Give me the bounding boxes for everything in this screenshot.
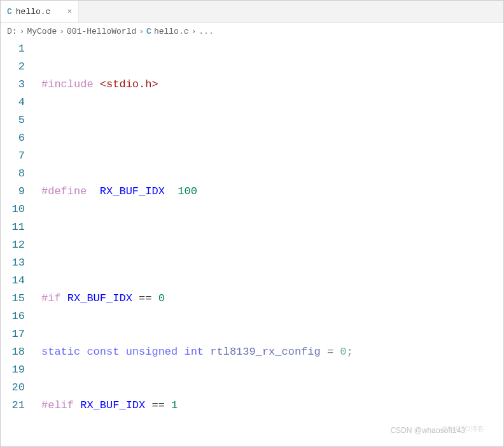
line-number: 5 (1, 111, 25, 129)
breadcrumb-part[interactable]: MyCode (27, 27, 57, 36)
breadcrumb-part[interactable]: D: (7, 27, 17, 36)
line-number: 19 (1, 361, 25, 379)
chevron-right-icon: › (192, 27, 197, 36)
chevron-right-icon: › (59, 27, 64, 36)
code-line[interactable]: static const unsigned int rtl8139_rx_con… (38, 343, 503, 361)
chevron-right-icon: › (20, 27, 25, 36)
line-number: 12 (1, 236, 25, 254)
breadcrumb-ellipsis[interactable]: ... (199, 27, 213, 36)
line-number: 10 (1, 201, 25, 218)
line-number: 13 (1, 254, 25, 272)
tab-bar: C hello.c × (1, 1, 503, 23)
c-file-icon: C (7, 7, 12, 17)
code-line[interactable]: #elif RX_BUF_IDX == 1 (38, 397, 503, 415)
c-file-icon: C (146, 27, 151, 36)
breadcrumb-file[interactable]: hello.c (154, 27, 189, 36)
line-number: 2 (1, 58, 25, 76)
line-number-gutter: 1 2 3 4 5 6 7 8 9 10 11 12 13 14 15 16 1… (1, 40, 38, 447)
line-number: 9 (1, 183, 25, 201)
line-number: 7 (1, 147, 25, 165)
code-editor[interactable]: 1 2 3 4 5 6 7 8 9 10 11 12 13 14 15 16 1… (1, 40, 503, 447)
code-line[interactable]: #if RX_BUF_IDX == 0 (38, 290, 503, 308)
watermark-secondary: @51CTO博客 (441, 424, 484, 434)
line-number: 6 (1, 129, 25, 147)
line-number: 16 (1, 308, 25, 325)
code-content[interactable]: #include <stdio.h> #define RX_BUF_IDX 10… (38, 40, 503, 447)
line-number: 3 (1, 76, 25, 94)
chevron-right-icon: › (139, 27, 144, 36)
code-line[interactable]: #include <stdio.h> (38, 76, 503, 94)
code-line[interactable] (38, 236, 503, 254)
tab-filename: hello.c (16, 7, 51, 17)
line-number: 21 (1, 397, 25, 415)
line-number: 18 (1, 343, 25, 361)
line-number: 14 (1, 272, 25, 290)
breadcrumb-part[interactable]: 001-HelloWorld (67, 27, 136, 36)
code-line[interactable] (38, 129, 503, 147)
line-number: 4 (1, 94, 25, 111)
tab-hello-c[interactable]: C hello.c × (1, 1, 79, 22)
line-number: 20 (1, 379, 25, 397)
breadcrumb[interactable]: D: › MyCode › 001-HelloWorld › C hello.c… (1, 23, 503, 40)
line-number: 11 (1, 218, 25, 236)
line-number: 17 (1, 325, 25, 343)
line-number: 8 (1, 165, 25, 183)
line-number: 15 (1, 290, 25, 308)
line-number: 1 (1, 40, 25, 58)
code-line[interactable]: #define RX_BUF_IDX 100 (38, 183, 503, 201)
close-icon[interactable]: × (67, 7, 72, 17)
